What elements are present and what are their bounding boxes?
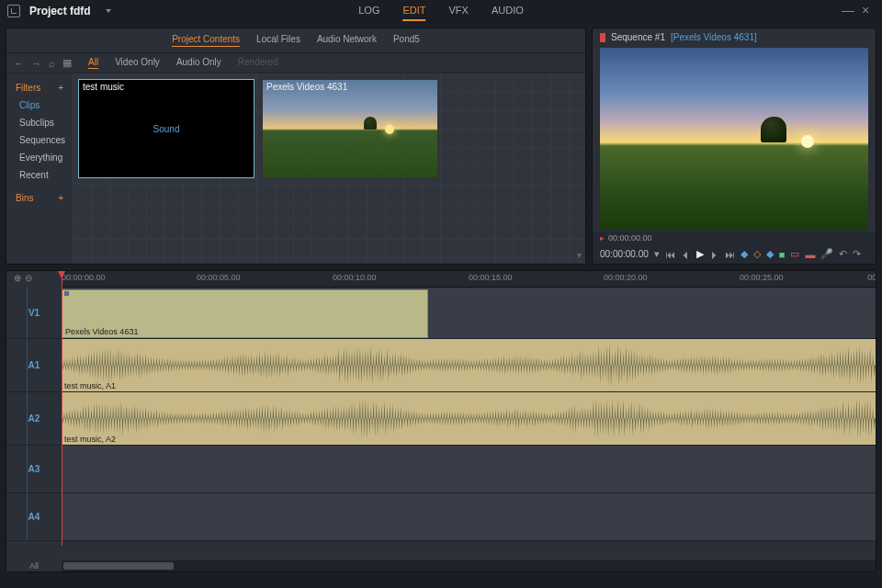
undo-icon[interactable]: ↶	[839, 248, 847, 260]
bins-header: Bins	[16, 193, 33, 203]
clip-pexels-4631[interactable]: Pexels Videos 4631	[262, 79, 438, 178]
media-toolbar: ← → ⌕ ▦ All Video Only Audio Only Render…	[6, 53, 585, 74]
clips-grid: test music Sound Pexels Videos 4631 ▾	[73, 74, 585, 264]
clip-test-music[interactable]: test music Sound	[78, 79, 254, 178]
waveform-a1	[62, 339, 876, 391]
audio-clip-label: test music, A1	[64, 381, 116, 390]
tab-edit[interactable]: EDIT	[402, 1, 425, 21]
sequence-marker-icon	[600, 33, 605, 42]
timeline-hscroll[interactable]	[62, 560, 876, 571]
clip-title: test music	[83, 82, 124, 92]
in-point-icon[interactable]: ▸	[600, 233, 605, 243]
video-clip-v1[interactable]: Pexels Videos 4631	[62, 289, 428, 338]
mark-in-icon[interactable]: ◆	[741, 248, 748, 260]
sequence-clip-name: [Pexels Videos 4631]	[671, 32, 757, 42]
ruler-tc: 00:00:30.00	[867, 273, 876, 282]
zoom-out-icon[interactable]: ⊖	[25, 273, 32, 283]
insert-icon[interactable]: ■	[779, 249, 786, 260]
sidebar-subclips[interactable]: Subclips	[6, 114, 73, 131]
project-name: Project fdfd	[29, 5, 91, 17]
filter-audio[interactable]: Audio Only	[176, 57, 221, 69]
audio-clip-a2[interactable]: test music, A2	[62, 392, 876, 445]
audio-clip-a1[interactable]: test music, A1	[62, 339, 876, 391]
viewer-tc-main: 00:00:00.00	[600, 249, 649, 259]
add-bin-icon[interactable]: +	[58, 193, 63, 203]
overwrite-icon[interactable]: ▭	[790, 248, 799, 260]
playhead[interactable]	[62, 271, 62, 546]
timeline-panel: ⊕ ⊖ 00:00:00.00 00:00:05.00 00:00:10.00 …	[6, 270, 876, 572]
hscroll-thumb[interactable]	[63, 562, 174, 570]
track-label-a4[interactable]: A4	[6, 493, 62, 540]
track-label-a1[interactable]: A1	[6, 339, 62, 391]
step-back-icon[interactable]: ⏴	[681, 249, 691, 260]
viewer-image[interactable]	[600, 48, 868, 230]
video-clip-label: Pexels Videos 4631	[65, 327, 138, 336]
replace-icon[interactable]: ▬	[805, 249, 815, 260]
ruler-tc: 00:00:15.00	[469, 273, 513, 282]
filter-video[interactable]: Video Only	[115, 57, 160, 69]
track-label-a3[interactable]: A3	[6, 446, 62, 492]
mark-clip-icon[interactable]: ◇	[753, 248, 761, 260]
ruler-tc: 00:00:05.00	[197, 273, 241, 282]
zoom-in-icon[interactable]: ⊕	[14, 273, 21, 283]
tc-dropdown-icon[interactable]: ▾	[654, 248, 660, 260]
scroll-down-icon[interactable]: ▾	[577, 250, 582, 260]
tab-vfx[interactable]: VFX	[449, 1, 469, 21]
timeline-ruler[interactable]: 00:00:00.00 00:00:05.00 00:00:10.00 00:0…	[62, 271, 876, 288]
mark-out-icon[interactable]: ◆	[766, 248, 774, 260]
viewer-tc-small: 00:00:00.00	[608, 233, 652, 243]
close-button[interactable]: ×	[862, 5, 875, 17]
viewer-transport: 00:00:00.00 ▾ ⏮ ⏴ ▶ ⏵ ⏭ ◆ ◇ ◆ ■ ▭ ▬ 🎤 ↶ …	[593, 244, 876, 264]
waveform-a2	[62, 392, 876, 445]
main-tabs: LOG EDIT VFX AUDIO	[358, 1, 524, 21]
ruler-tc: 00:00:25.00	[740, 273, 784, 282]
search-icon[interactable]: ⌕	[49, 58, 55, 69]
viewer-panel: Sequence #1 [Pexels Videos 4631] ▸ 00:00…	[592, 28, 876, 265]
ruler-tc: 00:00:00.00	[62, 273, 106, 282]
nav-fwd-icon[interactable]: →	[31, 58, 41, 69]
media-tab-local[interactable]: Local Files	[256, 34, 300, 47]
ruler-tc: 00:00:20.00	[604, 273, 648, 282]
media-tab-audionet[interactable]: Audio Network	[317, 34, 377, 47]
media-sidebar: Filters+ Clips Subclips Sequences Everyt…	[6, 74, 73, 264]
tracks-all-label[interactable]: All	[6, 560, 62, 571]
ruler-tc: 00:00:10.00	[333, 273, 377, 282]
mic-icon[interactable]: 🎤	[820, 248, 833, 260]
tab-log[interactable]: LOG	[358, 1, 379, 21]
clip-title: Pexels Videos 4631	[266, 82, 347, 92]
filter-all[interactable]: All	[88, 57, 98, 69]
minimize-button[interactable]: —	[842, 5, 854, 17]
sidebar-clips[interactable]: Clips	[6, 96, 73, 114]
media-panel: Project Contents Local Files Audio Netwo…	[6, 28, 586, 265]
step-fwd-icon[interactable]: ⏵	[709, 249, 719, 260]
filters-header: Filters	[16, 83, 40, 93]
goto-end-icon[interactable]: ⏭	[725, 249, 735, 260]
sidebar-sequences[interactable]: Sequences	[6, 131, 73, 149]
sidebar-everything[interactable]: Everything	[6, 149, 73, 166]
project-dropdown-caret[interactable]	[106, 9, 111, 13]
app-menu-icon[interactable]	[7, 5, 20, 17]
clip-marker-icon	[64, 291, 69, 296]
sidebar-recent[interactable]: Recent	[6, 166, 73, 184]
titlebar: Project fdfd LOG EDIT VFX AUDIO — ×	[0, 0, 882, 22]
track-label-v1[interactable]: V1	[6, 288, 62, 338]
sequence-name[interactable]: Sequence #1	[611, 32, 665, 42]
track-label-a2[interactable]: A2	[6, 392, 62, 445]
redo-icon[interactable]: ↷	[853, 248, 861, 260]
media-tab-project[interactable]: Project Contents	[172, 34, 240, 47]
add-filter-icon[interactable]: +	[58, 83, 63, 93]
play-icon[interactable]: ▶	[696, 248, 704, 260]
tab-audio[interactable]: AUDIO	[492, 1, 524, 21]
media-source-tabs: Project Contents Local Files Audio Netwo…	[6, 28, 585, 53]
goto-start-icon[interactable]: ⏮	[665, 249, 675, 260]
media-tab-pond5[interactable]: Pond5	[393, 34, 420, 47]
grid-view-icon[interactable]: ▦	[62, 57, 72, 69]
audio-clip-label: test music, A2	[64, 435, 116, 444]
nav-back-icon[interactable]: ←	[14, 58, 24, 69]
filter-rendered[interactable]: Rendered	[238, 57, 278, 69]
clip-sound-label: Sound	[153, 124, 180, 134]
